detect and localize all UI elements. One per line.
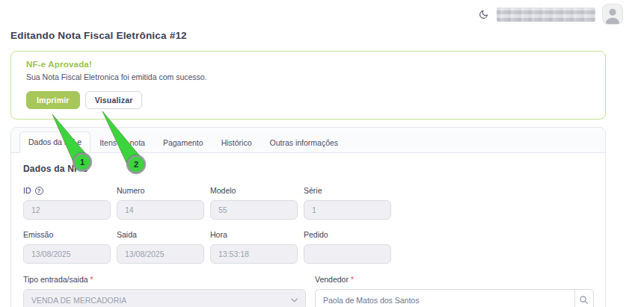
tab-historico[interactable]: Histórico (212, 132, 261, 153)
vendedor-search-button[interactable] (574, 289, 594, 307)
vendedor-label: Vendedor (315, 275, 349, 284)
help-icon[interactable]: ? (35, 187, 43, 195)
tab-itens-da-nota[interactable]: Itens da nota (91, 132, 154, 153)
form-row-3: Tipo entrada/saida * VENDA DE MERCADORIA (23, 275, 594, 307)
field-tipo-entrada-saida: Tipo entrada/saida * VENDA DE MERCADORIA (23, 275, 306, 307)
tipo-label: Tipo entrada/saida (23, 275, 88, 284)
tab-outras-informacoes[interactable]: Outras informações (260, 132, 347, 153)
tab-dados-da-nfe[interactable]: Dados da NF-e (19, 131, 91, 153)
chevron-down-icon (291, 298, 298, 303)
saida-label: Saida (117, 230, 204, 239)
page-title: Editando Nota Fiscal Eletrônica #12 (10, 30, 606, 41)
tabbar: Dados da NF-e Itens da nota Pagamento Hi… (11, 128, 605, 153)
hora-input (210, 244, 298, 264)
success-alert: NF-e Aprovada! Sua Nota Fiscal Eletronic… (10, 51, 606, 120)
field-saida: Saida (117, 230, 204, 264)
magnifier-icon (579, 295, 589, 305)
emissao-label: Emissão (23, 230, 111, 239)
moon-icon (479, 10, 488, 19)
view-button[interactable]: Visualizar (85, 91, 143, 109)
person-icon (603, 6, 622, 24)
form-row-1: ID ? Numero Modelo Série (23, 186, 594, 220)
field-serie: Série (304, 186, 391, 220)
tipo-select-value: VENDA DE MERCADORIA (31, 296, 126, 305)
print-button[interactable]: Imprimir (26, 91, 80, 109)
id-input (23, 200, 111, 220)
field-id: ID ? (23, 186, 111, 220)
emissao-input (23, 244, 111, 264)
user-name-redacted (497, 7, 595, 22)
field-modelo: Modelo (210, 186, 298, 220)
vendedor-input[interactable] (315, 289, 574, 307)
pedido-label: Pedido (304, 230, 391, 239)
modelo-input (210, 200, 298, 220)
alert-message: Sua Nota Fiscal Eletronica foi emitida c… (26, 72, 590, 81)
modelo-label: Modelo (210, 186, 298, 195)
id-label: ID (23, 186, 31, 195)
field-pedido: Pedido (304, 230, 391, 264)
alert-title: NF-e Aprovada! (26, 60, 590, 69)
pedido-input (304, 244, 391, 264)
numero-input (117, 200, 204, 220)
numero-label: Numero (117, 186, 204, 195)
field-numero: Numero (117, 186, 204, 220)
theme-toggle-button[interactable] (477, 8, 490, 21)
nfe-card: Dados da NF-e Itens da nota Pagamento Hi… (10, 127, 606, 307)
section-heading: Dados da NF-e (23, 164, 594, 174)
avatar[interactable] (602, 4, 623, 25)
main-content: Editando Nota Fiscal Eletrônica #12 NF-e… (10, 0, 606, 307)
tab-pagamento[interactable]: Pagamento (154, 132, 212, 153)
field-hora: Hora (210, 230, 298, 264)
topbar (477, 2, 623, 26)
required-marker: * (91, 275, 93, 284)
alert-actions: Imprimir Visualizar (26, 91, 590, 109)
form-row-2: Emissão Saida Hora Pedido (23, 230, 594, 264)
tipo-entrada-saida-select: VENDA DE MERCADORIA (23, 289, 306, 307)
required-marker: * (351, 275, 354, 284)
card-body: Dados da NF-e ID ? Numero Modelo (11, 153, 605, 307)
serie-input (304, 200, 391, 220)
field-emissao: Emissão (23, 230, 111, 264)
field-vendedor: Vendedor * (315, 275, 594, 307)
serie-label: Série (304, 186, 391, 195)
hora-label: Hora (210, 230, 298, 239)
saida-input (117, 244, 204, 264)
vendedor-input-group (315, 289, 594, 307)
